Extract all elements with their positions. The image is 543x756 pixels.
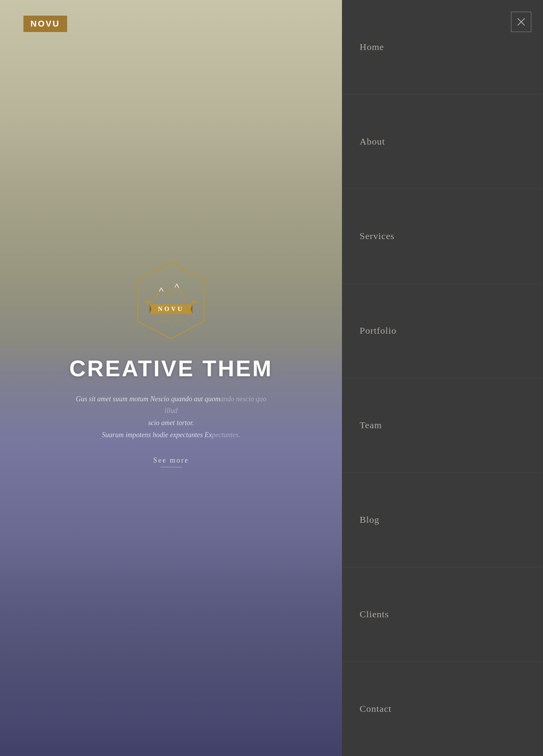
- nav-item-label-team: Team: [360, 420, 382, 431]
- nav-item-team[interactable]: Team: [342, 378, 543, 473]
- hero-content: NOVU SINCE 2009 CREATIVE THEM Gus sit am…: [0, 0, 342, 756]
- hero-subtitle: Gus sit amet suum motum Nescio quando au…: [69, 393, 272, 441]
- nav-item-label-portfolio: Portfolio: [360, 325, 396, 336]
- badge-logo: NOVU SINCE 2009: [128, 257, 214, 343]
- nav-item-contact[interactable]: Contact: [342, 662, 543, 756]
- hero-title: CREATIVE THEM: [69, 355, 272, 381]
- site-logo[interactable]: NOVU: [23, 16, 67, 32]
- nav-item-label-about: About: [360, 136, 385, 147]
- nav-items-list: HomeAboutServicesPortfolioTeamBlogClient…: [342, 0, 543, 756]
- close-icon: [517, 18, 525, 26]
- svg-text:NOVU: NOVU: [158, 306, 184, 312]
- nav-item-clients[interactable]: Clients: [342, 567, 543, 662]
- svg-text:SINCE 2009: SINCE 2009: [156, 319, 186, 323]
- nav-item-label-clients: Clients: [360, 609, 389, 620]
- logo-text: NOVU: [30, 19, 60, 29]
- nav-item-services[interactable]: Services: [342, 189, 543, 284]
- nav-item-label-home: Home: [360, 42, 384, 52]
- nav-item-blog[interactable]: Blog: [342, 473, 543, 567]
- close-menu-button[interactable]: [511, 12, 531, 32]
- nav-item-label-blog: Blog: [360, 515, 379, 525]
- nav-panel: HomeAboutServicesPortfolioTeamBlogClient…: [342, 0, 543, 756]
- nav-item-label-contact: Contact: [360, 704, 392, 714]
- nav-item-portfolio[interactable]: Portfolio: [342, 284, 543, 378]
- see-more-wrap[interactable]: See more: [153, 456, 189, 467]
- see-more-link[interactable]: See more: [153, 456, 189, 467]
- nav-item-about[interactable]: About: [342, 95, 543, 189]
- nav-item-label-services: Services: [360, 231, 394, 241]
